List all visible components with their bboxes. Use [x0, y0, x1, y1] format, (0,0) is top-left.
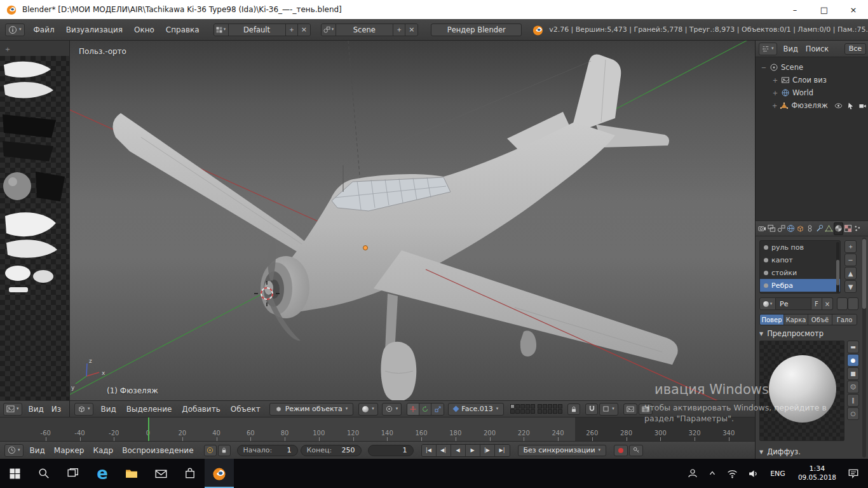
- editor-type-3dview-button[interactable]: ▾: [74, 403, 93, 416]
- maximize-button[interactable]: □: [810, 0, 839, 19]
- lock-to-scene-button[interactable]: [567, 403, 580, 415]
- tab-render-properties[interactable]: [757, 222, 767, 235]
- opengl-render-button[interactable]: [623, 403, 637, 415]
- slot-list-scrollbar[interactable]: [836, 242, 839, 293]
- add-layout-button[interactable]: ＋: [286, 24, 298, 36]
- scale-manipulator-button[interactable]: [431, 403, 444, 415]
- outliner-item-fuselage[interactable]: + Фюзеляж: [756, 99, 868, 112]
- layer-toggle[interactable]: [538, 404, 542, 409]
- task-view-button[interactable]: [58, 459, 88, 488]
- outliner-item-renderlayers[interactable]: + Слои виз: [756, 74, 868, 86]
- editor-type-timeline-button[interactable]: ▾: [4, 444, 24, 457]
- preview-hair-button[interactable]: ∥: [847, 394, 859, 407]
- layer-toggle[interactable]: [548, 409, 552, 414]
- preview-range-button[interactable]: [204, 445, 217, 456]
- menu-window[interactable]: Окно: [134, 25, 154, 34]
- preview-monkey-button[interactable]: ☺: [847, 381, 859, 393]
- expand-icon[interactable]: +: [772, 90, 778, 97]
- keying-set-button[interactable]: [629, 445, 643, 456]
- layer-toggle[interactable]: [543, 404, 547, 409]
- tab-texture-properties[interactable]: [843, 222, 853, 235]
- outliner-item-world[interactable]: + World: [756, 86, 868, 99]
- editor-type-outliner-button[interactable]: ▾: [759, 43, 777, 55]
- material-slot[interactable]: стойки: [760, 266, 840, 279]
- tab-object-properties[interactable]: [796, 222, 805, 235]
- layer-toggle[interactable]: [520, 409, 525, 414]
- view3d-menu-object[interactable]: Объект: [231, 405, 261, 414]
- viewport-3d[interactable]: x y z Польз.-орто (1) Фюзеляж: [70, 41, 755, 400]
- view3d-menu-add[interactable]: Добавить: [182, 405, 220, 414]
- tab-material-properties[interactable]: [834, 222, 843, 235]
- layer-toggle[interactable]: [538, 409, 542, 414]
- material-slot[interactable]: капот: [760, 254, 840, 266]
- visibility-eye-icon[interactable]: [834, 102, 843, 110]
- preview-world-button[interactable]: ○: [847, 407, 859, 420]
- end-frame-field[interactable]: Конец: 250: [301, 445, 362, 456]
- timeline-menu-playback[interactable]: Воспроизведение: [122, 446, 193, 455]
- slot-move-down-button[interactable]: ▼: [844, 280, 857, 293]
- pin-id-button[interactable]: [837, 297, 848, 310]
- selectability-cursor-icon[interactable]: [846, 102, 855, 110]
- start-button[interactable]: [0, 459, 29, 488]
- tab-modifiers-properties[interactable]: [815, 222, 824, 235]
- jump-next-keyframe-button[interactable]: |▶: [480, 445, 495, 456]
- material-slot[interactable]: Ребра: [760, 279, 840, 292]
- tab-object-data-properties[interactable]: [824, 222, 834, 235]
- people-icon[interactable]: [688, 468, 698, 478]
- language-indicator[interactable]: ENG: [770, 470, 785, 478]
- taskbar-clock[interactable]: 1:34 09.05.2018: [798, 464, 836, 482]
- layer-toggle[interactable]: [553, 404, 557, 409]
- translate-manipulator-button[interactable]: [407, 403, 419, 415]
- timeline-ruler[interactable]: -60-40-200204060801001201401601802002202…: [0, 417, 755, 441]
- scene-name-field[interactable]: Scene: [336, 24, 393, 36]
- current-frame-field[interactable]: 1: [368, 445, 414, 456]
- layer-toggle[interactable]: [510, 409, 515, 414]
- menu-render[interactable]: Визуализация: [66, 25, 123, 34]
- preview-flat-button[interactable]: ▬: [847, 341, 859, 353]
- remove-slot-button[interactable]: −: [844, 254, 857, 266]
- scrollbar-thumb[interactable]: [836, 260, 839, 285]
- outliner-filter-dropdown[interactable]: Все: [844, 43, 866, 55]
- outliner-item-scene[interactable]: − Scene: [756, 61, 868, 74]
- material-slot[interactable]: руль пов: [760, 241, 840, 254]
- browse-scene-button[interactable]: ▾: [322, 24, 336, 36]
- file-explorer-icon[interactable]: [117, 459, 146, 488]
- layer-toggle[interactable]: [543, 409, 547, 414]
- layer-toggle[interactable]: [548, 404, 552, 409]
- edge-browser-icon[interactable]: e: [88, 459, 117, 488]
- uv-menu-image[interactable]: Из: [51, 405, 61, 414]
- current-frame-indicator[interactable]: [148, 417, 149, 441]
- minimize-button[interactable]: –: [780, 0, 810, 19]
- browse-layout-button[interactable]: ▾: [214, 24, 229, 36]
- layer-toggle[interactable]: [558, 409, 562, 414]
- renderability-camera-icon[interactable]: [858, 102, 867, 110]
- menu-file[interactable]: Файл: [34, 25, 55, 34]
- layer-toggle[interactable]: [526, 409, 530, 414]
- snap-element-dropdown[interactable]: ▾: [599, 403, 618, 416]
- layer-toggle[interactable]: [515, 404, 520, 409]
- tab-constraints-properties[interactable]: [805, 222, 815, 235]
- layer-toggle[interactable]: [526, 404, 530, 409]
- pivot-center-dropdown[interactable]: ▾: [382, 403, 402, 416]
- menu-help[interactable]: Справка: [166, 25, 200, 34]
- uv-image-editor[interactable]: ＋: [0, 41, 70, 400]
- plus-icon[interactable]: ＋: [4, 44, 11, 55]
- opengl-render-anim-button[interactable]: [639, 403, 653, 415]
- view3d-menu-view[interactable]: Вид: [101, 405, 116, 414]
- outliner-menu-view[interactable]: Вид: [783, 44, 798, 53]
- preview-panel-header[interactable]: ▼ Предпросмотр: [759, 329, 824, 338]
- render-engine-dropdown[interactable]: Рендер Blender: [431, 24, 522, 36]
- search-button[interactable]: [29, 459, 58, 488]
- layer-toggle[interactable]: [515, 409, 520, 414]
- expand-icon[interactable]: +: [772, 77, 778, 84]
- timeline-menu-marker[interactable]: Маркер: [54, 446, 85, 455]
- browse-material-button[interactable]: ▾: [759, 297, 776, 310]
- layer-toggle[interactable]: [531, 409, 535, 414]
- network-wifi-icon[interactable]: [727, 468, 738, 479]
- jump-to-start-button[interactable]: |◀: [422, 445, 437, 456]
- editor-type-info-button[interactable]: ▾: [5, 24, 25, 36]
- outliner-menu-search[interactable]: Поиск: [806, 44, 829, 53]
- viewport-3d-canvas[interactable]: x y z: [70, 41, 755, 400]
- scrollbar-thumb[interactable]: [862, 239, 866, 309]
- add-slot-button[interactable]: ＋: [844, 240, 857, 253]
